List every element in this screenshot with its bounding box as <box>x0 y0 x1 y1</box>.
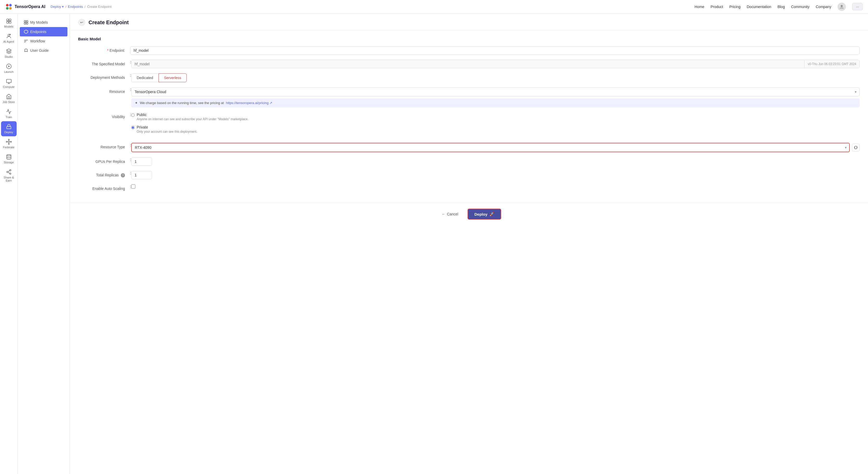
sidebar-label-federate: Federate <box>3 146 14 149</box>
svg-point-3 <box>9 7 12 10</box>
visibility-public[interactable]: Public Anyone on internet can see and su… <box>131 113 860 121</box>
sidebar-label-job-store: Job Store <box>3 100 15 104</box>
visibility-private-radio[interactable] <box>131 126 134 129</box>
sidebar-label-launch: Launch <box>4 70 13 73</box>
model-date: v0-Thu Jun 06 03:23:01 GMT 2024 <box>804 60 860 68</box>
svg-point-15 <box>10 141 11 142</box>
sub-sidebar-label-workflow: Workflow <box>30 39 45 43</box>
nav-pricing[interactable]: Pricing <box>729 5 740 9</box>
deployment-methods-label: Deployment Methods <box>78 73 130 79</box>
sidebar-item-train[interactable]: Train <box>1 106 17 121</box>
tab-dedicated[interactable]: Dedicated <box>131 73 159 82</box>
svg-point-23 <box>9 170 11 171</box>
sub-sidebar-label-my-models: My Models <box>30 20 48 25</box>
sidebar-item-share-earn[interactable]: Share & Earn <box>1 167 17 185</box>
svg-point-17 <box>8 143 9 144</box>
specified-model-input[interactable] <box>131 60 804 68</box>
svg-point-16 <box>8 139 9 140</box>
total-replicas-label: Total Replicas ? <box>78 171 130 177</box>
svg-rect-30 <box>24 23 26 24</box>
cancel-label: Cancel <box>447 212 459 216</box>
sub-sidebar: My Models Endpoints Workflow User Guide <box>18 13 70 474</box>
auto-scaling-checkbox[interactable] <box>131 184 135 189</box>
sub-sidebar-label-user-guide: User Guide <box>30 48 49 53</box>
auto-scaling-row: Enable Auto Scaling: <box>78 184 860 191</box>
topnav: TensorOpera AI Deploy ▾ / Endpoints / Cr… <box>0 0 868 13</box>
nav-documentation[interactable]: Documentation <box>747 5 771 9</box>
cancel-arrow-icon: ← <box>442 212 445 216</box>
sidebar-label-studio: Studio <box>5 55 13 58</box>
logo[interactable]: TensorOpera AI <box>5 3 45 10</box>
resource-row: Resource: TensorOpera Cloud ▾ ✦ We charg… <box>78 88 860 107</box>
user-avatar[interactable] <box>838 3 846 11</box>
sub-sidebar-endpoints[interactable]: Endpoints <box>20 27 67 36</box>
nav-blog[interactable]: Blog <box>777 5 785 9</box>
endpoint-input[interactable] <box>130 46 860 55</box>
svg-rect-31 <box>26 23 28 24</box>
sidebar-item-launch[interactable]: Launch <box>1 61 17 76</box>
breadcrumb-deploy[interactable]: Deploy ▾ <box>51 5 64 9</box>
sidebar-item-deploy[interactable]: Deploy <box>1 121 17 136</box>
sidebar-label-deploy: Deploy <box>4 131 13 134</box>
svg-point-14 <box>6 141 7 142</box>
sidebar-item-job-store[interactable]: Job Store <box>1 91 17 106</box>
nav-home[interactable]: Home <box>694 5 704 9</box>
sidebar-item-studio[interactable]: Studio <box>1 46 17 61</box>
svg-point-22 <box>6 155 11 156</box>
nav-community[interactable]: Community <box>791 5 809 9</box>
gpus-per-replica-input[interactable] <box>131 158 152 166</box>
sidebar-item-ai-agent[interactable]: AI Agent <box>1 31 17 46</box>
topnav-links: Home Product Pricing Documentation Blog … <box>694 3 863 11</box>
svg-point-25 <box>9 173 11 175</box>
resource-select[interactable]: TensorOpera Cloud <box>131 88 860 96</box>
nav-product[interactable]: Product <box>711 5 723 9</box>
page-header: ↩ Create Endpoint <box>70 13 868 30</box>
topnav-action-button[interactable]: ··· <box>852 3 863 10</box>
sidebar-item-federate[interactable]: Federate <box>1 136 17 151</box>
visibility-private[interactable]: Private Only your account can see this d… <box>131 125 860 133</box>
resource-select-wrap: TensorOpera Cloud ▾ <box>131 88 860 96</box>
create-endpoint-form: Basic Model * Endpoint: The Specified Mo… <box>70 30 868 202</box>
svg-point-1 <box>9 4 12 6</box>
specified-model-label: The Specified Model <box>78 60 130 66</box>
svg-line-27 <box>8 171 9 172</box>
svg-point-4 <box>841 5 843 7</box>
resource-note-text: We charge based on the running time, see… <box>140 101 224 105</box>
svg-rect-12 <box>6 127 11 129</box>
visibility-row: Visibility: Public Anyone on internet ca… <box>78 113 860 138</box>
deploy-label: Deploy <box>474 212 487 216</box>
resource-note: ✦ We charge based on the running time, s… <box>131 98 860 107</box>
resource-type-input[interactable] <box>131 143 850 152</box>
sub-sidebar-workflow[interactable]: Workflow <box>20 36 67 46</box>
pricing-link[interactable]: https://tensoropera.ai/pricing ↗ <box>226 101 273 105</box>
sidebar-label-storage: Storage <box>4 161 14 164</box>
tab-serverless[interactable]: Serverless <box>159 73 187 82</box>
sub-sidebar-my-models[interactable]: My Models <box>20 18 67 27</box>
sidebar-item-models[interactable]: Models <box>1 15 17 31</box>
logo-text: TensorOpera AI <box>14 4 45 9</box>
nav-company[interactable]: Company <box>816 5 831 9</box>
cancel-button[interactable]: ← Cancel <box>437 210 464 218</box>
sub-sidebar-user-guide[interactable]: User Guide <box>20 46 67 55</box>
svg-rect-28 <box>24 21 26 22</box>
resource-type-wrap: ▾ <box>131 143 860 152</box>
sidebar-label-ai-agent: AI Agent <box>3 40 14 43</box>
sidebar-item-storage[interactable]: Storage <box>1 151 17 167</box>
deployment-tabs: Dedicated Serverless <box>131 73 860 82</box>
sidebar-label-train: Train <box>5 115 12 118</box>
deploy-button[interactable]: Deploy 🚀 <box>468 209 501 219</box>
back-button[interactable]: ↩ <box>78 19 85 26</box>
sidebar-item-compute[interactable]: Compute <box>1 76 17 91</box>
svg-point-24 <box>6 171 8 173</box>
visibility-label: Visibility <box>78 113 130 119</box>
section-title: Basic Model <box>78 37 860 41</box>
resource-type-label: Resource Type <box>78 143 130 149</box>
visibility-public-radio[interactable] <box>131 113 134 117</box>
total-replicas-input[interactable] <box>131 171 152 179</box>
gpus-per-replica-row: GPUs Per Replica: <box>78 158 860 166</box>
deployment-methods-row: Deployment Methods: Dedicated Serverless <box>78 73 860 82</box>
visibility-public-title: Public <box>137 113 248 117</box>
breadcrumb-endpoints[interactable]: Endpoints <box>68 5 83 9</box>
refresh-button[interactable] <box>852 144 860 151</box>
specified-model-row: The Specified Model: v0-Thu Jun 06 03:23… <box>78 60 860 68</box>
